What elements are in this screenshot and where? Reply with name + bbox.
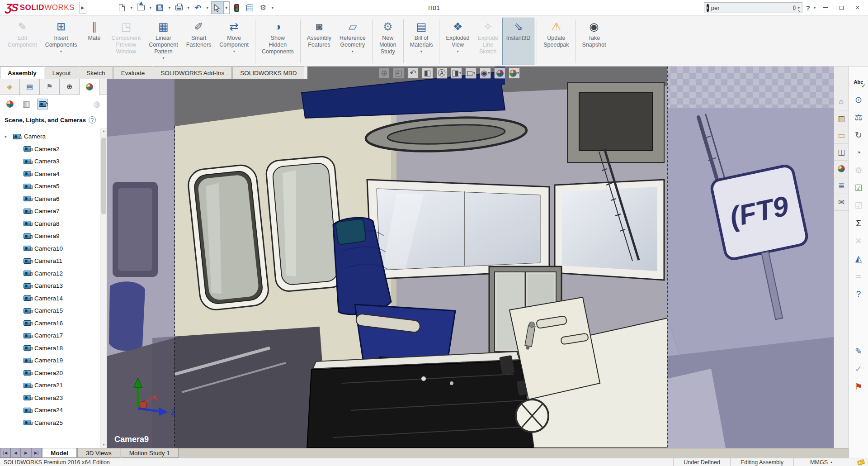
camera-tree-item[interactable]: Camera17 xyxy=(0,329,100,342)
media-nav-button[interactable]: ▶| xyxy=(31,448,42,458)
custom-properties-icon[interactable]: ≣ xyxy=(834,177,849,194)
camera-tree-item[interactable]: Camera11 xyxy=(0,255,100,267)
command-tab[interactable]: Evaluate xyxy=(113,67,153,79)
minimize-button[interactable] xyxy=(818,2,832,14)
restore-button[interactable] xyxy=(835,2,848,14)
performance-evaluation-icon[interactable]: ◔ xyxy=(853,147,864,158)
print-caret-icon[interactable]: ▾ xyxy=(186,6,191,10)
media-nav-button[interactable]: ◀ xyxy=(10,448,21,458)
ribbon-button[interactable]: ✎ EditComponent xyxy=(4,18,41,65)
ribbon-button[interactable]: ✐ SmartFasteners xyxy=(182,18,216,65)
scroll-up-icon[interactable]: ▴ xyxy=(100,128,107,134)
document-tab[interactable]: 3D Views xyxy=(77,448,120,458)
dropdown-caret-icon[interactable]: ▾ xyxy=(162,56,164,60)
ribbon-button[interactable]: ✧ ExplodeLineSketch xyxy=(474,18,502,65)
ribbon-button[interactable]: ⊞ InsertComponents ▾ xyxy=(41,18,81,65)
design-library-icon[interactable]: ▥ xyxy=(834,110,849,127)
scrollbar-thumb[interactable] xyxy=(101,138,106,214)
camera-tree-item[interactable]: Camera14 xyxy=(0,292,100,305)
command-tab[interactable]: Sketch xyxy=(79,67,113,79)
dropdown-caret-icon[interactable]: ▾ xyxy=(60,49,62,53)
design-checker-icon[interactable]: ☑ xyxy=(853,200,864,211)
help-button[interactable]: ? xyxy=(805,4,811,12)
interference-detection-icon[interactable]: ✕ xyxy=(853,235,864,246)
dropdown-caret-icon[interactable]: ▾ xyxy=(420,49,422,53)
appearances-scenes-icon[interactable] xyxy=(834,161,849,177)
open-caret-icon[interactable]: ▾ xyxy=(148,6,153,10)
file-explorer-icon[interactable]: ▭ xyxy=(834,127,849,144)
ribbon-button[interactable]: ▦ LinearComponentPattern ▾ xyxy=(145,18,182,65)
new-document-button[interactable] xyxy=(116,2,128,14)
displaymanager-tab[interactable] xyxy=(80,79,99,95)
camera-tree-item[interactable]: Camera24 xyxy=(0,404,100,417)
ribbon-button[interactable]: ◑ ShowHiddenComponents xyxy=(258,18,298,65)
configurationmanager-tab[interactable]: ⚑ xyxy=(40,79,60,95)
heads-up-button[interactable]: ◉ ▾ xyxy=(480,67,491,79)
camera-tree-item[interactable]: Camera3 xyxy=(0,155,100,168)
view-palette-icon[interactable]: ◫ xyxy=(834,144,849,161)
camera-tree-item[interactable]: Camera21 xyxy=(0,379,100,392)
command-tab[interactable]: SOLIDWORKS Add-Ins xyxy=(153,67,232,79)
search-commands-icon[interactable]: › xyxy=(707,4,709,12)
document-tab[interactable]: Model xyxy=(42,448,77,458)
camera-tree-item[interactable]: Camera25 xyxy=(0,417,100,429)
search-input[interactable] xyxy=(711,5,791,11)
equations-icon[interactable]: Σ xyxy=(853,218,864,228)
render-tools-icon[interactable]: ◍ xyxy=(91,99,102,109)
verification-icon[interactable]: ✓ xyxy=(853,363,864,374)
camera-tree-item[interactable]: Camera2 xyxy=(0,143,100,156)
home-icon[interactable]: ⌂ xyxy=(834,94,849,110)
camera-tree-item[interactable]: Camera8 xyxy=(0,218,100,230)
mass-properties-icon[interactable]: ⚖ xyxy=(853,112,864,123)
dropdown-caret-icon[interactable]: ▾ xyxy=(233,49,235,53)
cameras-icon[interactable] xyxy=(37,99,48,109)
select-tool-caret-icon[interactable]: ▾ xyxy=(223,2,229,14)
heads-up-button[interactable]: ◰ xyxy=(393,67,404,79)
help-topics-icon[interactable]: ? xyxy=(853,288,864,299)
camera-tree-item[interactable]: Camera20 xyxy=(0,367,100,380)
draft-analysis-icon[interactable]: ◭ xyxy=(853,253,864,264)
heads-up-button[interactable]: ◧ xyxy=(422,67,433,79)
ribbon-button[interactable]: ⚠ UpdateSpeedpak xyxy=(539,18,573,65)
document-tab[interactable]: Motion Study 1 xyxy=(121,448,179,458)
scroll-down-icon[interactable]: ▾ xyxy=(100,441,107,448)
save-button[interactable] xyxy=(154,2,166,14)
undo-caret-icon[interactable]: ▾ xyxy=(205,6,210,10)
edit-markup-icon[interactable]: ✎ xyxy=(853,346,864,357)
close-button[interactable]: × xyxy=(851,2,864,14)
heads-up-button[interactable]: ↶ xyxy=(407,67,419,79)
tag-icon[interactable] xyxy=(857,459,865,465)
spell-check-icon[interactable]: Abc ✓ xyxy=(853,76,864,87)
costing-icon[interactable]: ⚙ xyxy=(853,165,864,176)
ribbon-button[interactable]: ◳ ComponentPreviewWindow xyxy=(108,18,145,65)
heads-up-button[interactable] xyxy=(494,67,505,79)
heads-up-button[interactable]: ▾ xyxy=(509,67,520,79)
dropdown-caret-icon[interactable]: ▾ xyxy=(459,71,461,75)
ribbon-button[interactable]: ◙ AssemblyFeatures xyxy=(303,18,335,65)
dropdown-caret-icon[interactable]: ▾ xyxy=(457,49,458,53)
camera-tree-item[interactable]: Camera6 xyxy=(0,193,100,205)
camera-tree-item[interactable]: Camera19 xyxy=(0,354,100,367)
camera-tree-item[interactable]: Camera9 xyxy=(0,230,100,243)
camera-tree-item[interactable]: Camera4 xyxy=(0,168,100,181)
propertymanager-tab[interactable]: ▤ xyxy=(20,79,40,95)
expand-caret-icon[interactable]: ▾ xyxy=(5,134,10,139)
camera-tree-item[interactable]: Camera5 xyxy=(0,180,100,193)
heads-up-button[interactable]: ⊕ xyxy=(378,67,390,79)
help-caret-icon[interactable]: ▾ xyxy=(814,6,816,10)
rebuild-button[interactable] xyxy=(231,2,243,14)
ribbon-button[interactable]: ◉ TakeSnapshot xyxy=(578,18,610,65)
file-properties-button[interactable] xyxy=(244,2,256,14)
ribbon-button[interactable]: ❖ ExplodedView ▾ xyxy=(442,18,473,65)
dropdown-caret-icon[interactable]: ▾ xyxy=(352,49,354,53)
heads-up-button[interactable]: ◻ ▾ xyxy=(465,67,476,79)
search-icon[interactable] xyxy=(793,5,796,10)
graphics-area[interactable]: (FT9 Z X Camera9 xyxy=(107,67,834,448)
print-button[interactable] xyxy=(173,2,185,14)
featuremanager-tab[interactable]: ◈ xyxy=(0,79,20,95)
camera-tree-item[interactable]: Camera7 xyxy=(0,205,100,218)
ribbon-button[interactable]: ∥ Mate xyxy=(81,18,108,65)
panel-help-icon[interactable]: ? xyxy=(89,116,96,124)
ribbon-button[interactable]: ⇘ Instant3D xyxy=(502,18,535,65)
dimxpertmanager-tab[interactable]: ⊕ xyxy=(60,79,80,95)
